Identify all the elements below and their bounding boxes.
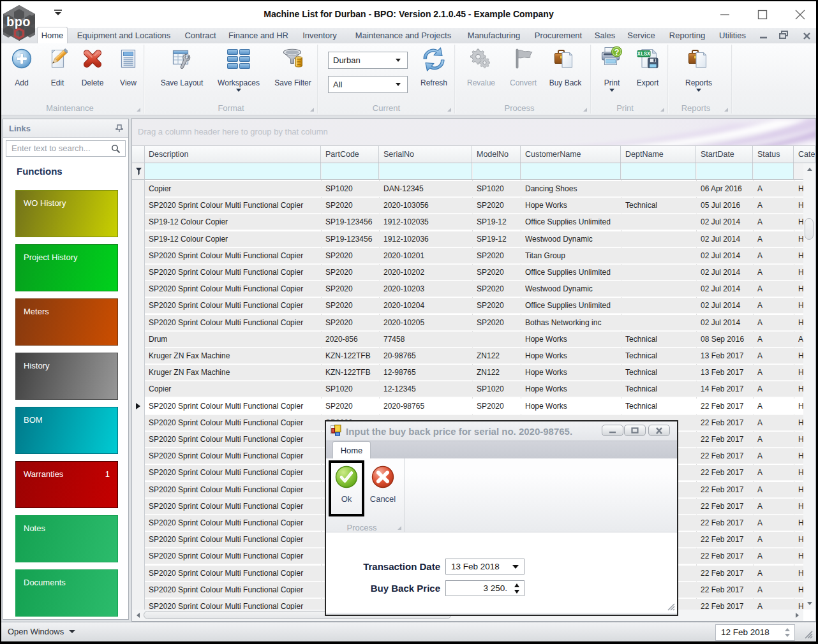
svg-text:?: ? — [614, 48, 620, 57]
svg-text:bpo: bpo — [6, 15, 31, 29]
svg-text:XLSX: XLSX — [637, 51, 651, 57]
